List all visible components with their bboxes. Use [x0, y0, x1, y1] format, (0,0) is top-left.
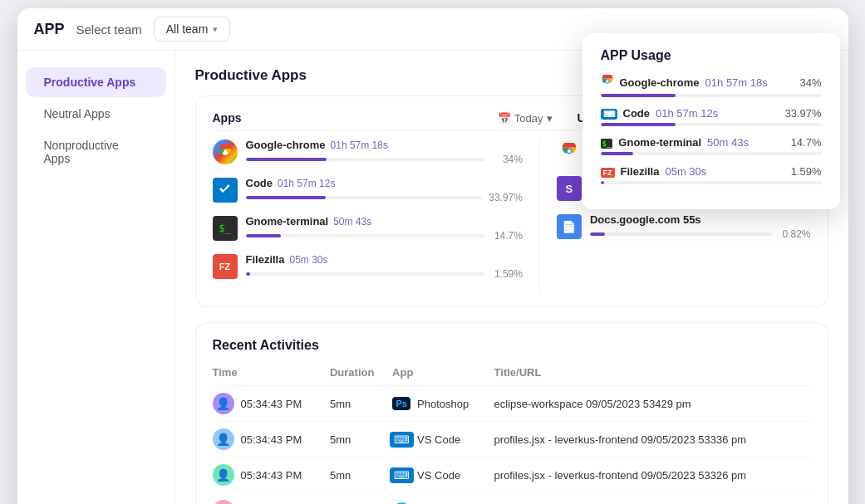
popup-title: APP Usage [601, 48, 822, 63]
popup-pct: 34% [799, 76, 821, 89]
code-app-time: 01h 57m 12s [278, 178, 335, 189]
apps-column: Google-chrome 01h 57m 18s 34% [213, 139, 523, 291]
recent-activities-section: Recent Activities Time Duration App Titl… [195, 322, 828, 504]
url-row-docs: 📄 Docs.google.com 55s 0.82% [557, 213, 811, 240]
title-cell: chat.openai.com [494, 493, 811, 505]
docs-url-name: Docs.google.com 55s [590, 213, 811, 226]
terminal-icon: $_ [213, 216, 238, 241]
select-team-label: Select team [76, 22, 142, 37]
app-cell: ⌨ VS Code [392, 422, 494, 458]
sidebar-item-neutral-apps[interactable]: Neutral Apps [26, 99, 166, 129]
team-dropdown-value: All team [166, 22, 209, 36]
main-window: APP Select team All team ▾ Productive Ap… [17, 8, 848, 504]
activity-app-icon: ⌨ [392, 430, 410, 448]
filezilla-pct: 1.59% [491, 268, 523, 280]
popup-app-time: 01h 57m 12s [656, 107, 718, 120]
popup-pct: 14.7% [791, 136, 822, 149]
team-dropdown[interactable]: All team ▾ [154, 17, 231, 42]
col-app: App [392, 363, 494, 386]
col-duration: Duration [330, 363, 392, 386]
app-row-terminal: $_ Gnome-terminal 50m 43s 14.7% [213, 215, 523, 242]
sidebar-item-label: Neutral Apps [44, 107, 111, 120]
app-cell: ⌨ VS Code [392, 458, 494, 493]
app-name: VS Code [417, 433, 460, 446]
popup-app-icon: ⌨ [601, 107, 617, 120]
google-url-icon [557, 139, 582, 164]
sidebar-item-label: Nonproductive Apps [44, 139, 119, 165]
col-title: Title/URL [494, 363, 811, 386]
chevron-down-icon: ▾ [213, 24, 218, 35]
sidebar-item-productive-apps[interactable]: Productive Apps [26, 67, 166, 97]
vscode-icon [213, 178, 238, 203]
popup-app-name: Filezilla [621, 165, 660, 178]
today-filter[interactable]: 📅 Today ▾ [498, 111, 553, 125]
docs-url-info: Docs.google.com 55s 0.82% [590, 213, 811, 240]
chrome-icon [213, 139, 238, 164]
popup-app-time: 01h 57m 18s [705, 76, 768, 89]
popup-pct: 1.59% [791, 165, 822, 178]
avatar: 👤 [213, 393, 234, 414]
terminal-app-info: Gnome-terminal 50m 43s 14.7% [246, 215, 523, 242]
table-row: 👤 05:34:43 PM 5mn Ps Photoshop eclipse-w… [213, 386, 811, 422]
popup-row: Google-chrome 01h 57m 18s 34% [601, 75, 822, 97]
terminal-pct: 14.7% [491, 230, 523, 242]
popup-app-name: Google-chrome [620, 76, 700, 89]
time-cell: 👤 05:34:43 PM [213, 458, 330, 493]
sidebar: Productive Apps Neutral Apps Nonproducti… [17, 51, 175, 504]
sidebar-item-nonproductive-apps[interactable]: Nonproductive Apps [26, 130, 166, 174]
docs-icon: 📄 [557, 214, 582, 239]
popup-app-name: Code [623, 107, 651, 120]
time-value: 05:34:43 PM [241, 469, 302, 482]
title-cell: eclipse-workspace 09/05/2023 53429 pm [494, 386, 811, 422]
table-row: 👤 05:34:43 PM 5mn ⌨ VS Code profiles.jsx… [213, 422, 811, 458]
svg-point-5 [606, 80, 608, 82]
code-app-info: Code 01h 57m 12s 33.97% [246, 177, 523, 203]
calendar-icon: 📅 [498, 112, 511, 125]
app-name: Photoshop [417, 398, 469, 410]
filezilla-app-time: 05m 30s [289, 254, 327, 266]
recent-title: Recent Activities [213, 338, 811, 353]
app-name: APP [34, 21, 65, 38]
sidebar-item-label: Productive Apps [44, 76, 136, 89]
popup-app-time: 05m 30s [665, 165, 706, 178]
title-cell: profiles.jsx - leverkus-frontend 09/05/2… [494, 422, 811, 458]
title-cell: profiles.jsx - leverkus-frontend 09/05/2… [494, 458, 811, 493]
chrome-app-time: 01h 57m 18s [331, 139, 388, 151]
duration-cell: 5mn [330, 493, 392, 505]
code-app-name: Code [246, 177, 273, 189]
app-usage-popup: APP Usage Google-chrome 01h 57m 18s 34% … [582, 33, 840, 209]
activity-app-icon: ⌨ [392, 466, 410, 484]
duration-cell: 5mn [330, 386, 392, 422]
popup-app-icon: FZ [601, 165, 615, 178]
filezilla-app-info: Filezilla 05m 30s 1.59% [246, 253, 523, 280]
svg-point-3 [568, 149, 571, 153]
activity-app-icon: Ps [392, 394, 410, 413]
popup-row: FZ Filezilla 05m 30s 1.59% [601, 165, 822, 184]
app-row-filezilla: FZ Filezilla 05m 30s 1.59% [213, 253, 523, 280]
popup-row: ⌨ Code 01h 57m 12s 33.97% [601, 107, 822, 126]
docs-pct: 0.82% [779, 228, 811, 240]
avatar: 👤 [213, 464, 234, 486]
terminal-app-name: Gnome-terminal [246, 215, 329, 228]
time-cell: 👤 05:34:43 PM [213, 422, 330, 458]
popup-row: $_ Gnome-terminal 50m 43s 14.7% [601, 136, 822, 155]
popup-app-name: Gnome-terminal [618, 136, 701, 149]
app-cell: Ps Photoshop [392, 386, 494, 422]
duration-cell: 5mn [330, 422, 392, 458]
chrome-app-info: Google-chrome 01h 57m 18s 34% [246, 139, 523, 165]
popup-pct: 33.97% [784, 107, 821, 120]
col-apps-header: Apps [213, 111, 498, 125]
app-name: VS Code [417, 469, 460, 482]
filezilla-app-name: Filezilla [246, 253, 285, 266]
app-row-chrome: Google-chrome 01h 57m 18s 34% [213, 139, 523, 165]
time-value: 05:34:43 PM [241, 398, 302, 410]
app-row-code: Code 01h 57m 12s 33.97% [213, 177, 523, 203]
avatar: 👤 [213, 428, 234, 450]
chrome-app-name: Google-chrome [246, 139, 326, 151]
popup-app-icon [601, 75, 614, 91]
app-cell: 🌐 Chrome [392, 493, 494, 505]
duration-cell: 5mn [330, 458, 392, 493]
table-row: 👤 05:34:43 PM 5mn 🌐 Chrome chat.openai.c… [213, 493, 811, 505]
time-value: 05:34:43 PM [241, 433, 302, 446]
statily-icon: S [557, 176, 582, 201]
